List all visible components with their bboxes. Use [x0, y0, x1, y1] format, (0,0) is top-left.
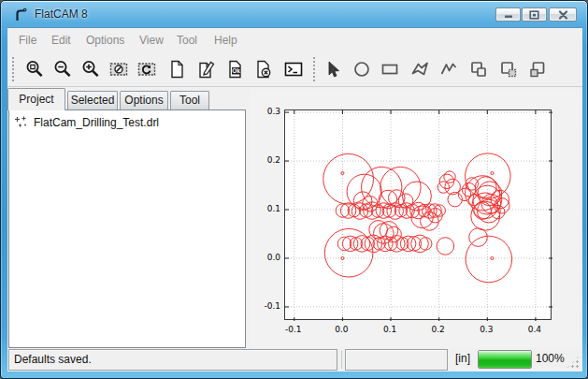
title-bar[interactable]: FlatCAM 8 — [1, 1, 588, 27]
drill-plot — [285, 110, 552, 321]
toolbar-drag-handle[interactable] — [11, 56, 15, 81]
maximize-button[interactable] — [522, 7, 547, 22]
x-tick-label: 0.1 — [383, 325, 396, 334]
new-project-button[interactable] — [164, 56, 189, 81]
close-button[interactable] — [549, 7, 577, 22]
rectangle-icon — [380, 59, 400, 80]
maximize-icon — [529, 10, 539, 20]
units-label: [in] — [455, 352, 470, 365]
clear-plot-icon — [108, 59, 129, 80]
clear-plot-button[interactable] — [106, 56, 131, 81]
draw-circle-button[interactable] — [349, 56, 374, 81]
menu-tool[interactable]: Tool — [174, 33, 200, 48]
svg-text:Ok: Ok — [232, 67, 240, 74]
minimize-button[interactable] — [495, 7, 521, 22]
drill-circle — [388, 236, 405, 253]
y-tick-label: 0.1 — [256, 204, 280, 213]
pointer-icon — [323, 59, 344, 80]
zoom-fit-button[interactable] — [22, 56, 47, 81]
tab-selected[interactable]: Selected — [67, 91, 118, 109]
union-button[interactable] — [466, 56, 491, 81]
status-separator — [341, 351, 342, 369]
toolbar-drag-handle[interactable] — [312, 56, 316, 81]
y-tick-label: -0.1 — [256, 301, 280, 311]
drill-circle — [491, 256, 494, 259]
progress-percent: 100% — [536, 352, 565, 365]
tree-item-label: FlatCam_Drilling_Test.drl — [34, 116, 159, 129]
menu-edit[interactable]: Edit — [49, 33, 74, 48]
y-tick-label: 0.2 — [256, 155, 280, 165]
tab-project[interactable]: Project — [7, 88, 65, 110]
drill-icon — [14, 115, 28, 129]
minimize-icon — [504, 10, 513, 19]
drill-circle — [353, 236, 370, 253]
drill-circle — [380, 167, 421, 207]
ok-file-icon: Ok — [225, 59, 246, 80]
app-window: FlatCAM 8 File Edit Options View Tool He… — [0, 0, 588, 379]
drill-circle — [437, 182, 449, 193]
zoom-out-icon — [52, 59, 73, 80]
status-message: Defaults saved. — [8, 349, 337, 371]
replot-button[interactable] — [134, 56, 159, 81]
circle-icon — [351, 59, 372, 80]
shell-button[interactable] — [280, 56, 306, 81]
y-tick-label: 0.0 — [256, 253, 280, 262]
tab-options[interactable]: Options — [120, 91, 168, 109]
draw-rectangle-button[interactable] — [377, 56, 402, 81]
zoom-fit-icon — [24, 59, 45, 80]
menu-options[interactable]: Options — [83, 33, 127, 48]
menu-bar: File Edit Options View Tool Help — [7, 28, 582, 51]
drill-circle — [373, 224, 394, 244]
menu-view[interactable]: View — [136, 33, 166, 48]
toolbar: Ok — [7, 51, 582, 87]
path-icon — [438, 59, 459, 80]
delete-object-button[interactable] — [251, 56, 276, 81]
progress-bar — [478, 350, 532, 369]
project-tree-panel[interactable]: FlatCam_Drilling_Test.drl — [8, 109, 246, 348]
drill-circle — [466, 236, 512, 283]
polygon-icon — [409, 59, 430, 80]
zoom-out-button[interactable] — [50, 56, 75, 81]
subtract-button[interactable] — [524, 56, 550, 81]
x-tick-label: 0.3 — [480, 325, 493, 334]
tab-tool[interactable]: Tool — [170, 91, 209, 109]
status-bar: Defaults saved. [in] 100% — [7, 348, 582, 372]
zoom-in-button[interactable] — [78, 56, 103, 81]
drill-circle — [491, 171, 494, 174]
window-title: FlatCAM 8 — [35, 7, 88, 21]
drill-circle — [323, 153, 374, 204]
intersection-button[interactable] — [495, 56, 521, 81]
y-tick-label: 0.3 — [256, 107, 280, 116]
close-icon — [558, 10, 568, 20]
drill-circle — [341, 171, 344, 174]
drill-circle — [469, 228, 488, 247]
progress-fill — [479, 351, 531, 368]
drill-circle — [400, 236, 416, 252]
x-tick-label: 0.4 — [528, 325, 541, 334]
draw-path-button[interactable] — [436, 56, 461, 81]
shell-icon — [283, 59, 304, 80]
menu-help[interactable]: Help — [211, 33, 240, 48]
zoom-in-icon — [80, 59, 101, 80]
drill-circle — [444, 171, 455, 182]
new-file-icon — [166, 59, 187, 80]
delete-file-icon — [253, 59, 274, 80]
open-project-button[interactable] — [193, 56, 218, 81]
tree-item-drill-file[interactable]: FlatCam_Drilling_Test.drl — [14, 115, 159, 129]
menu-file[interactable]: File — [16, 33, 39, 48]
union-icon — [468, 59, 489, 80]
plot-axes — [284, 109, 552, 320]
draw-polygon-button[interactable] — [407, 56, 432, 81]
save-project-button[interactable]: Ok — [222, 56, 248, 81]
client-area: File Edit Options View Tool Help — [7, 27, 582, 372]
subtract-icon — [527, 59, 548, 80]
resize-grip-icon[interactable] — [566, 356, 580, 369]
intersection-icon — [498, 59, 519, 80]
x-tick-label: -0.1 — [285, 325, 302, 334]
drill-circle — [362, 167, 402, 207]
select-tool-button[interactable] — [321, 56, 346, 81]
x-tick-label: 0.2 — [432, 325, 445, 334]
plot-canvas[interactable]: -0.10.00.10.20.30.4-0.10.00.10.20.3 — [250, 89, 580, 348]
x-tick-label: 0.0 — [335, 325, 348, 334]
replot-icon — [136, 59, 157, 80]
